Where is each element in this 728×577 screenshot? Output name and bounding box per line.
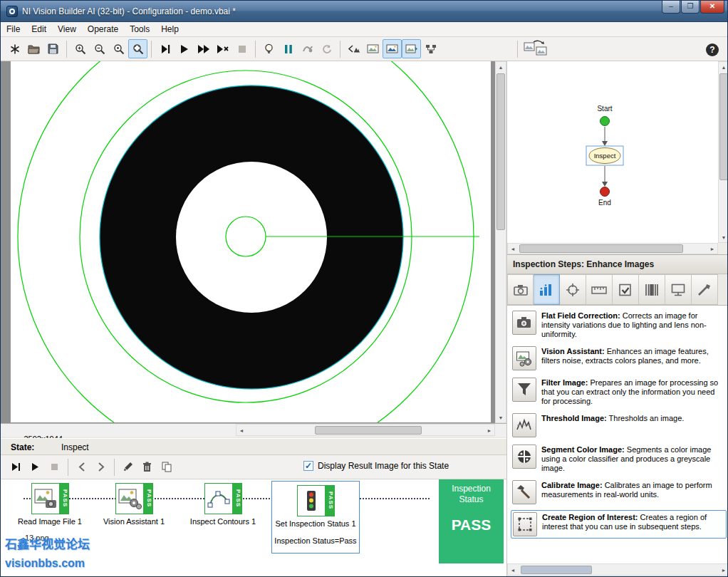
- tab-check-for-presence[interactable]: [613, 274, 639, 305]
- next-step-button[interactable]: [91, 457, 110, 477]
- list-item-flat-field-correction[interactable]: Flat Field Correction: Corrects an image…: [511, 309, 727, 341]
- diagram-horizontal-scrollbar[interactable]: ◄ ►: [507, 243, 718, 254]
- menu-view[interactable]: View: [52, 22, 82, 36]
- tab-identify-parts[interactable]: [639, 274, 665, 305]
- close-button[interactable]: ✕: [700, 1, 724, 14]
- help-button[interactable]: ?: [702, 40, 722, 59]
- window-title: NI Vision Builder AI (32-bit) - Configur…: [22, 6, 236, 16]
- list-item-filter-image[interactable]: Filter Image: Prepares an image for proc…: [511, 376, 727, 407]
- run-inspection-once-button[interactable]: [155, 39, 175, 58]
- view-image-2-button[interactable]: [383, 39, 402, 58]
- inspect-contours-icon: [205, 484, 232, 514]
- end-node[interactable]: [600, 187, 610, 197]
- state-diagram[interactable]: Start Inspect End: [507, 61, 718, 243]
- step-read-image-file[interactable]: PASS Read Image File 1: [6, 483, 93, 526]
- pause-icon: [284, 44, 293, 54]
- menu-operate[interactable]: Operate: [82, 22, 124, 36]
- start-node[interactable]: [600, 117, 610, 126]
- image-viewport[interactable]: [1, 61, 495, 423]
- scroll-up-arrow[interactable]: ▲: [496, 62, 506, 72]
- step-detail: Inspection Status=Pass: [272, 536, 359, 545]
- zoom-in-button[interactable]: [71, 39, 90, 58]
- display-result-checkbox-group[interactable]: ✓ Display Result Image for this State: [303, 461, 449, 471]
- compare-images-button[interactable]: [344, 39, 363, 58]
- image-overlay-icon: [405, 44, 418, 53]
- scroll-right-arrow[interactable]: ►: [484, 425, 494, 435]
- delete-step-button[interactable]: [137, 457, 157, 477]
- scroll-thumb[interactable]: [719, 73, 728, 180]
- scroll-thumb[interactable]: [521, 566, 592, 574]
- scroll-down-arrow[interactable]: ▼: [719, 232, 728, 242]
- menu-file[interactable]: File: [1, 22, 26, 36]
- title-bar[interactable]: NI Vision Builder AI (32-bit) - Configur…: [1, 1, 728, 22]
- scroll-up-arrow[interactable]: ▲: [719, 62, 728, 72]
- zoom-fit-button[interactable]: [128, 39, 147, 58]
- edit-step-button[interactable]: [118, 457, 137, 477]
- menu-tools[interactable]: Tools: [124, 22, 155, 36]
- list-item-calibrate-image[interactable]: Calibrate Image: Calibrates an image to …: [511, 479, 727, 506]
- image-vertical-scrollbar[interactable]: ▲ ▼: [495, 61, 506, 423]
- run-state-once-button[interactable]: [6, 457, 26, 477]
- trash-icon: [142, 462, 152, 472]
- image-transfer-button[interactable]: [521, 38, 550, 60]
- menu-edit[interactable]: Edit: [26, 22, 52, 36]
- panel-horizontal-scrollbar[interactable]: ◄ ►: [507, 563, 728, 576]
- new-inspection-button[interactable]: [5, 39, 24, 58]
- end-label: End: [598, 199, 611, 207]
- display-result-checkbox[interactable]: ✓: [303, 461, 313, 471]
- traffic-light-icon: [298, 486, 325, 516]
- stop-state-button[interactable]: [45, 457, 64, 477]
- save-button[interactable]: [43, 39, 63, 58]
- minimize-button[interactable]: –: [662, 1, 680, 14]
- refresh-button[interactable]: [317, 39, 336, 58]
- copy-step-button[interactable]: [157, 457, 176, 477]
- state-flow-button[interactable]: [421, 39, 440, 58]
- open-button[interactable]: [24, 39, 43, 58]
- step-set-inspection-status[interactable]: PASS Set Inspection Status 1 Inspection …: [271, 481, 360, 553]
- diagram-vertical-scrollbar[interactable]: ▲ ▼: [718, 61, 728, 243]
- list-item-create-region-of-interest[interactable]: Create Region of Interest: Creates a reg…: [511, 510, 727, 539]
- step-name: Vision Assistant:: [541, 347, 605, 355]
- toggle-light-button[interactable]: [259, 39, 279, 58]
- scroll-right-arrow[interactable]: ►: [707, 244, 717, 254]
- monitor-icon: [670, 283, 686, 297]
- step-desc: Thresholds an image.: [609, 414, 685, 422]
- view-image-3-button[interactable]: [402, 39, 421, 58]
- step-vision-assistant[interactable]: PASS Vision Assistant 1: [92, 483, 176, 526]
- pause-button[interactable]: [279, 39, 298, 58]
- scroll-left-arrow[interactable]: ◄: [508, 244, 518, 254]
- scroll-down-arrow[interactable]: ▼: [496, 412, 506, 422]
- view-image-1-button[interactable]: [363, 39, 383, 58]
- previous-step-button[interactable]: [72, 457, 91, 477]
- scroll-thumb[interactable]: [519, 244, 683, 253]
- disable-highlight-button[interactable]: [298, 39, 317, 58]
- step-inspect-contours[interactable]: PASS Inspect Contours 1: [180, 483, 266, 526]
- scroll-thumb[interactable]: [315, 426, 422, 435]
- tab-locate-features[interactable]: [560, 274, 586, 305]
- tab-enhance-images[interactable]: [534, 274, 560, 305]
- zoom-out-button[interactable]: [90, 39, 109, 58]
- scroll-right-arrow[interactable]: ►: [719, 565, 728, 575]
- list-item-segment-color-image[interactable]: Segment Color Image: Segments a color im…: [511, 443, 727, 474]
- tab-use-additional-tools[interactable]: [692, 274, 718, 305]
- tab-communicate[interactable]: [665, 274, 692, 305]
- maximize-button[interactable]: ❐: [681, 1, 700, 14]
- open-folder-icon: [28, 43, 40, 54]
- stop-button[interactable]: [232, 39, 251, 58]
- scroll-left-arrow[interactable]: ◄: [508, 565, 518, 575]
- run-continuously-button[interactable]: [194, 39, 213, 58]
- tab-measure-features[interactable]: [586, 274, 613, 305]
- scroll-left-arrow[interactable]: ◄: [236, 425, 246, 435]
- save-icon: [48, 43, 58, 54]
- menu-help[interactable]: Help: [155, 22, 184, 36]
- image-horizontal-scrollbar[interactable]: ◄ ►: [236, 424, 495, 436]
- list-item-threshold-image[interactable]: Threshold Image: Thresholds an image.: [511, 412, 727, 439]
- abort-button[interactable]: [213, 39, 232, 58]
- list-item-vision-assistant[interactable]: Vision Assistant: Enhances an image feat…: [511, 345, 727, 372]
- run-state-button[interactable]: [26, 457, 45, 477]
- run-inspection-button[interactable]: [175, 39, 194, 58]
- tab-acquire-images[interactable]: [507, 274, 534, 305]
- flow-icon: [425, 44, 437, 54]
- zoom-actual-button[interactable]: [109, 39, 128, 58]
- scroll-thumb[interactable]: [496, 73, 505, 230]
